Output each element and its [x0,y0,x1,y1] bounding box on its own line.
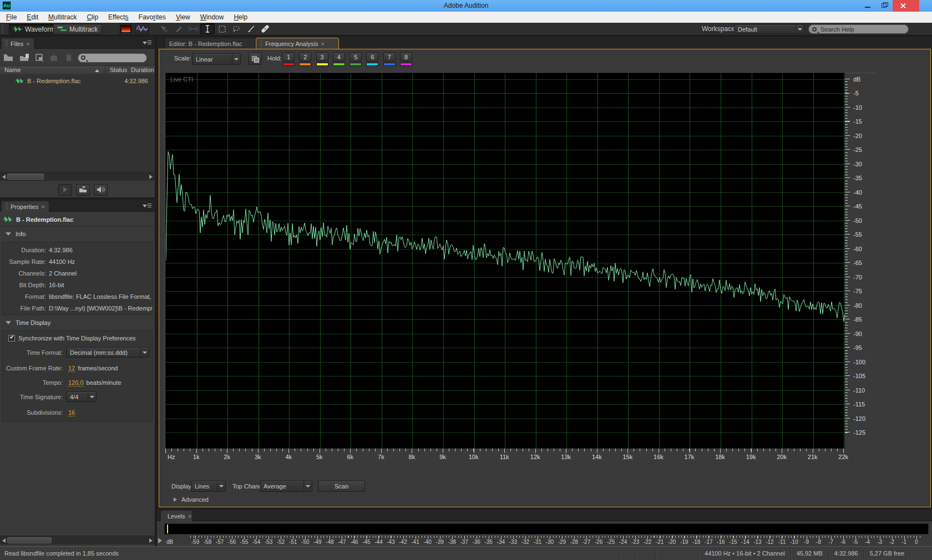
toolbar-gripper[interactable] [1,24,4,34]
close-tab-icon[interactable]: × [26,40,29,47]
db-axis-label: -125 [853,430,865,435]
levels-scale-label: -30 [546,539,554,545]
display-dropdown[interactable]: Lines [191,481,226,492]
levels-expand-icon[interactable] [158,538,162,543]
frequency-axis-label: 15k [622,454,632,460]
frequency-plot[interactable]: Live CTI [165,73,845,449]
sync-checkbox[interactable] [8,335,15,342]
hold-button-3[interactable]: 3 [316,52,328,62]
time-format-dropdown[interactable]: Decimal (mm:ss.ddd) [66,347,149,358]
play-button[interactable] [58,184,72,196]
new-content-icon[interactable] [36,54,44,62]
hold-button-8[interactable]: 8 [400,52,412,62]
scroll-left-icon[interactable] [2,175,6,179]
menu-file[interactable]: File [1,12,22,23]
frequency-axis-ruler: Hz1k2k3k4k5k6k7k8k9k10k11k12k13k14k15k16… [165,449,877,463]
close-tab-icon[interactable]: × [321,40,324,47]
frequency-axis-label: 16k [654,454,663,460]
hold-button-2[interactable]: 2 [299,52,311,62]
move-tool-button[interactable] [157,23,171,34]
help-search-box[interactable] [808,24,909,34]
hold-button-7[interactable]: 7 [383,52,396,62]
levels-scale-label: -57 [216,539,224,545]
files-horizontal-scrollbar[interactable] [0,172,155,181]
hold-color-swatch-5 [350,63,362,66]
trash-icon[interactable] [65,54,72,62]
scroll-left-icon[interactable] [2,538,6,543]
razor-tool-icon [175,25,183,33]
open-in-editor-button[interactable] [76,184,90,196]
tab-editor[interactable]: Editor: B - Redemption.flac [165,38,255,49]
marquee-selection-tool-button[interactable] [215,23,229,34]
scroll-right-icon[interactable] [149,538,153,543]
frequency-axis-label: 2k [224,454,230,460]
hold-slot-1: 1 [282,52,295,66]
tab-frequency-analysis[interactable]: Frequency Analysis × [256,38,339,49]
tab-properties[interactable]: Properties × [1,201,49,212]
scan-button[interactable]: Scan [318,481,365,492]
files-search-box[interactable] [78,53,147,63]
hold-button-4[interactable]: 4 [333,52,345,62]
info-section-header[interactable]: Info [0,228,155,240]
menu-edit[interactable]: Edit [22,12,43,23]
column-status[interactable]: Status [105,66,126,74]
tab-levels[interactable]: Levels × [160,510,193,521]
menu-favorites[interactable]: Favorites [134,12,171,23]
spectral-frequency-display-button[interactable] [119,23,133,34]
hold-button-6[interactable]: 6 [366,52,378,62]
time-display-section-header[interactable]: Time Display [0,317,155,328]
hold-button-1[interactable]: 1 [282,52,295,62]
menu-multitrack[interactable]: Multitrack [43,12,82,23]
frequency-analysis-tab-label: Frequency Analysis [265,40,318,47]
close-tab-icon[interactable]: × [41,203,44,210]
close-button[interactable] [893,0,919,12]
restore-button[interactable] [876,0,893,12]
advanced-section-toggle[interactable]: Advanced [174,496,209,503]
time-signature-dropdown[interactable]: 4/4 [66,391,97,402]
tempo-value[interactable]: 120,0 [68,379,84,386]
adobe-audition-window: Au Adobe Audition FileEditMultitrackClip… [0,0,932,560]
help-search-input[interactable] [819,26,897,33]
open-file-icon[interactable] [3,54,14,62]
panel-menu-icon[interactable] [143,40,151,45]
menu-window[interactable]: Window [195,12,229,23]
waveform-view-button[interactable]: Waveform [9,24,59,34]
properties-horizontal-scrollbar[interactable] [0,536,155,544]
spot-healing-brush-tool-button[interactable] [258,23,272,34]
tab-files[interactable]: Files × [1,38,34,49]
loudness-button[interactable] [94,184,108,196]
slip-tool-button[interactable] [186,23,200,34]
minimize-button[interactable] [859,0,876,12]
file-row[interactable]: B - Redemption.flac 4:32.986 [0,75,155,86]
import-file-icon[interactable] [19,54,30,62]
frame-rate-value[interactable]: 12 [68,365,75,372]
tempo-unit: beats/minute [87,379,121,386]
menu-effects[interactable]: Effects [103,12,133,23]
close-tab-icon[interactable]: × [188,513,191,520]
scrollbar-thumb[interactable] [7,537,52,543]
scroll-right-icon[interactable] [149,175,153,179]
editor-tab-label: Editor: B - Redemption.flac [169,40,242,47]
paintbrush-selection-tool-button[interactable] [244,23,258,34]
time-selection-tool-button[interactable] [200,23,215,34]
panel-menu-icon[interactable] [143,203,151,208]
menu-clip[interactable]: Clip [82,12,103,23]
workspace-dropdown[interactable]: Default [734,24,804,34]
column-duration[interactable]: Duration [126,66,155,74]
subdivisions-value[interactable]: 16 [68,409,75,416]
spectral-pitch-display-button[interactable] [135,23,149,34]
scrollbar-thumb[interactable] [7,174,44,180]
hold-button-5[interactable]: 5 [350,52,362,62]
menu-help[interactable]: Help [229,12,252,23]
menu-view[interactable]: View [171,12,195,23]
column-name[interactable]: Name [0,66,105,74]
top-channel-dropdown[interactable]: Average [260,481,312,492]
insert-into-multitrack-icon[interactable] [50,54,60,62]
multitrack-view-button[interactable]: Multitrack [53,24,102,34]
scale-dropdown[interactable]: Linear [192,53,241,65]
razor-tool-button[interactable] [171,23,186,34]
copy-graph-button[interactable] [249,53,262,65]
status-free-space: 5,27 GB free [864,549,910,558]
lasso-selection-tool-button[interactable] [229,23,244,34]
levels-unit-label: dB [166,539,173,545]
